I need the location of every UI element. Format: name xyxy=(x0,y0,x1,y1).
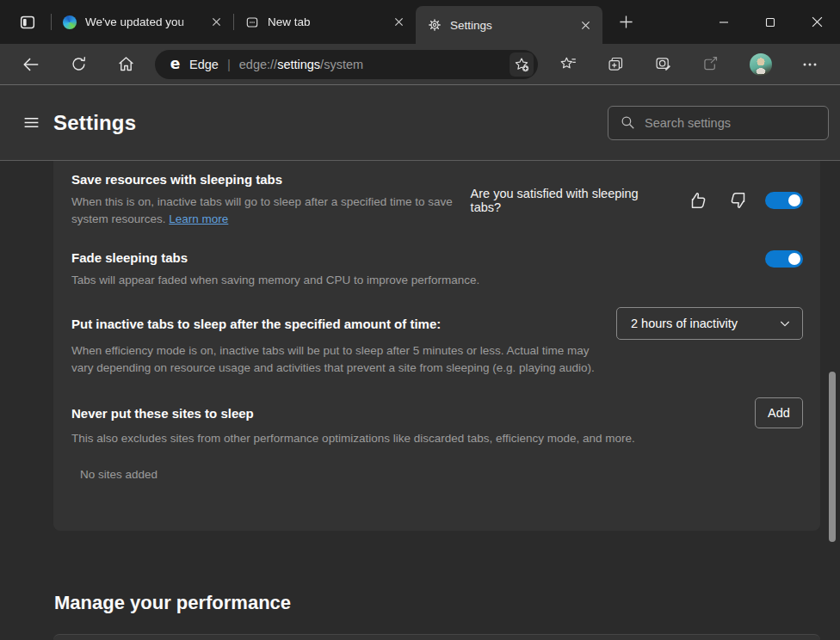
fade-tabs-toggle[interactable] xyxy=(765,250,803,268)
setting-title: Fade sleeping tabs xyxy=(71,249,479,266)
settings-search xyxy=(608,106,829,140)
star-list-icon xyxy=(559,55,578,73)
browser-window: We've updated you New tab xyxy=(0,0,840,640)
sleeping-tabs-toggle[interactable] xyxy=(765,192,803,209)
next-card-edge xyxy=(53,634,820,640)
thumbs-down-button[interactable] xyxy=(726,189,749,212)
feedback-question: Are you satisfied with sleeping tabs? xyxy=(471,187,672,214)
window-controls xyxy=(701,0,840,44)
settings-menu-button[interactable] xyxy=(16,108,46,138)
tab-title: We've updated you xyxy=(85,15,206,28)
edge-logo-icon: e xyxy=(168,57,182,71)
profile-avatar[interactable] xyxy=(750,53,772,76)
feedback-group: Are you satisfied with sleeping tabs? xyxy=(471,172,803,228)
setting-title: Put inactive tabs to sleep after the spe… xyxy=(71,316,441,332)
maximize-button[interactable] xyxy=(747,0,794,44)
tab-title: Settings xyxy=(450,19,575,32)
thumbs-up-icon xyxy=(689,190,709,211)
section-heading-manage-performance: Manage your performance xyxy=(54,592,840,614)
workspaces-icon xyxy=(18,13,37,32)
divider: | xyxy=(227,57,231,71)
tab-actions-menu-button[interactable] xyxy=(13,8,42,37)
url-scheme: edge:// xyxy=(239,58,277,71)
navigation-toolbar: e Edge | edge://settings/system xyxy=(0,44,840,85)
back-button[interactable] xyxy=(16,50,46,79)
collections-button[interactable] xyxy=(601,50,630,79)
url-host: settings xyxy=(277,58,320,71)
minimize-button[interactable] xyxy=(701,0,747,44)
minimize-icon xyxy=(719,17,729,28)
setting-description: Tabs will appear faded when saving memor… xyxy=(71,272,479,289)
edge-logo-icon xyxy=(63,15,77,29)
refresh-button[interactable] xyxy=(64,50,93,79)
tab-close-button[interactable] xyxy=(206,12,226,33)
setting-title: Save resources with sleeping tabs xyxy=(71,171,471,188)
setting-row-never-sleep: Never put these sites to sleep Add xyxy=(71,397,803,428)
refresh-icon xyxy=(70,55,88,73)
setting-row-sleep-timer: Put inactive tabs to sleep after the spe… xyxy=(71,307,803,340)
hamburger-icon xyxy=(22,114,40,132)
tab-bar: We've updated you New tab xyxy=(0,0,840,44)
thumbs-down-icon xyxy=(727,190,748,211)
gear-icon xyxy=(428,18,442,32)
close-icon xyxy=(394,17,404,27)
close-window-button[interactable] xyxy=(794,0,840,44)
toggle-knob xyxy=(788,253,800,265)
search-settings-input[interactable] xyxy=(608,106,829,140)
site-label: Edge xyxy=(189,58,219,71)
new-tab-page-icon xyxy=(245,15,259,29)
url-text: edge://settings/system xyxy=(239,58,363,71)
settings-header: Settings xyxy=(0,85,840,161)
browser-menu-button[interactable] xyxy=(795,50,825,79)
search-icon xyxy=(620,114,636,131)
add-favorite-button[interactable] xyxy=(510,52,534,77)
sleeping-tabs-card: Save resources with sleeping tabs When t… xyxy=(53,161,820,531)
close-icon xyxy=(212,17,221,27)
tab-close-button[interactable] xyxy=(388,12,409,33)
web-capture-button[interactable] xyxy=(648,50,677,79)
setting-row-sleeping-tabs: Save resources with sleeping tabs When t… xyxy=(71,171,803,228)
collections-icon xyxy=(607,55,625,73)
setting-description: When efficiency mode is on, inactive tab… xyxy=(71,342,603,377)
dropdown-value: 2 hours of inactivity xyxy=(631,317,778,330)
close-icon xyxy=(581,21,590,30)
setting-title: Never put these sites to sleep xyxy=(71,405,254,422)
star-add-icon xyxy=(513,56,530,73)
scrollbar-thumb[interactable] xyxy=(829,372,836,542)
favorites-button[interactable] xyxy=(553,50,583,79)
address-bar[interactable]: e Edge | edge://settings/system xyxy=(155,50,538,79)
setting-description: This also excludes sites from other perf… xyxy=(71,430,803,447)
settings-content: Save resources with sleeping tabs When t… xyxy=(0,161,840,640)
ellipsis-icon xyxy=(802,57,818,72)
share-button[interactable] xyxy=(695,50,725,79)
maximize-icon xyxy=(765,17,775,28)
home-button[interactable] xyxy=(111,50,140,79)
web-capture-icon xyxy=(654,55,672,73)
new-tab-button[interactable] xyxy=(613,9,639,35)
toggle-knob xyxy=(788,194,800,206)
close-icon xyxy=(812,16,823,28)
setting-description: When this is on, inactive tabs will go t… xyxy=(71,194,471,228)
home-icon xyxy=(117,55,135,73)
tab-settings[interactable]: Settings xyxy=(416,6,602,44)
setting-row-fade-tabs: Fade sleeping tabs Tabs will appear fade… xyxy=(71,249,803,289)
page-title: Settings xyxy=(53,111,136,135)
tab-new-tab[interactable]: New tab xyxy=(233,0,416,44)
sleep-timer-dropdown[interactable]: 2 hours of inactivity xyxy=(616,307,803,340)
thumbs-up-button[interactable] xyxy=(688,189,710,212)
share-icon xyxy=(701,55,720,73)
tab-title: New tab xyxy=(268,15,388,28)
tab-updated-browser[interactable]: We've updated you xyxy=(51,0,233,44)
arrow-left-icon xyxy=(22,55,40,74)
tab-close-button[interactable] xyxy=(575,15,596,35)
plus-icon xyxy=(619,15,633,29)
chevron-down-icon xyxy=(778,317,792,330)
learn-more-link[interactable]: Learn more xyxy=(169,212,228,225)
add-site-button[interactable]: Add xyxy=(755,397,803,428)
empty-state-label: No sites added xyxy=(80,468,803,481)
url-path: /system xyxy=(320,58,363,71)
